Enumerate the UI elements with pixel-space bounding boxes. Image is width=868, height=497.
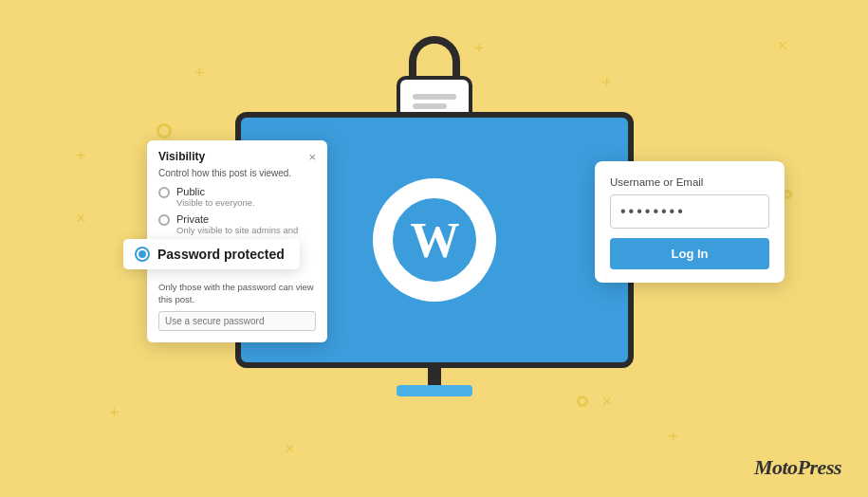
deco-plus-3: + — [601, 74, 612, 91]
vp-option-public-label: Public — [176, 186, 255, 197]
vp-radio-public[interactable] — [158, 187, 170, 198]
vp-password-selected-label: Password protected — [157, 247, 285, 262]
padlock-shackle — [409, 36, 460, 76]
lp-username-label: Username or Email — [610, 176, 769, 188]
deco-plus-6: + — [76, 147, 86, 164]
wordpress-logo: W — [373, 178, 496, 302]
deco-plus-2: + — [474, 40, 485, 57]
wp-logo-inner: W — [387, 193, 482, 287]
vp-secure-password-input[interactable] — [158, 311, 316, 331]
vp-header: Visibility × — [158, 150, 316, 163]
vp-option-public[interactable]: Public Visible to everyone. — [158, 186, 316, 208]
login-panel: Username or Email Log In — [595, 161, 785, 283]
vp-bottom: Only those with the password can view th… — [158, 281, 316, 331]
vp-radio-private[interactable] — [158, 214, 170, 226]
deco-circle-1 — [157, 123, 172, 138]
vp-option-private-desc: Only visible to site admins and — [176, 225, 298, 235]
monitor-base — [397, 385, 472, 396]
vp-radio-selected — [135, 247, 150, 262]
vp-close-button[interactable]: × — [308, 151, 316, 163]
deco-x-1: × — [777, 36, 787, 56]
motopress-label: MotoPress — [754, 455, 841, 479]
lp-password-input[interactable] — [610, 194, 769, 229]
deco-x-4: × — [285, 439, 295, 459]
deco-circle-2 — [577, 396, 588, 407]
vp-bottom-desc: Only those with the password can view th… — [158, 281, 316, 306]
padlock-line-2 — [413, 103, 448, 109]
deco-x-3: × — [76, 209, 86, 229]
vp-password-selected-option[interactable]: Password protected — [123, 239, 300, 269]
vp-option-public-desc: Visible to everyone. — [176, 197, 255, 208]
vp-option-private[interactable]: Private Only visible to site admins and — [158, 213, 316, 235]
vp-title: Visibility — [158, 150, 205, 163]
deco-plus-1: + — [194, 64, 205, 82]
vp-option-public-text: Public Visible to everyone. — [176, 186, 255, 208]
motopress-branding: MotoPress — [754, 455, 841, 480]
vp-subtitle: Control how this post is viewed. — [158, 168, 316, 178]
wp-letter: W — [411, 212, 458, 268]
vp-option-private-text: Private Only visible to site admins and — [176, 213, 298, 235]
vp-option-private-label: Private — [176, 213, 298, 225]
deco-plus-5: + — [668, 428, 678, 445]
lp-login-button[interactable]: Log In — [610, 238, 769, 269]
deco-plus-4: + — [109, 404, 120, 421]
vp-radio-dot — [139, 250, 146, 258]
padlock-line-1 — [413, 94, 456, 100]
